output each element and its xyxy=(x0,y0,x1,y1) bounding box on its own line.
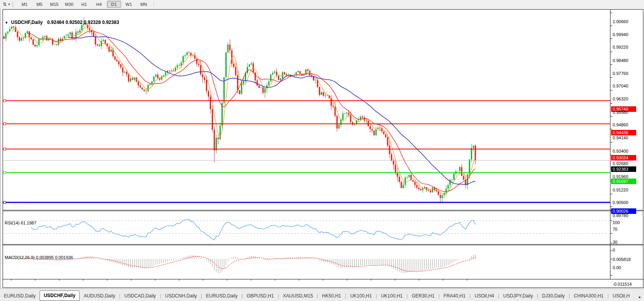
timeframe-button-M30[interactable]: M30 xyxy=(62,1,76,8)
timeframe-button-H1[interactable]: H1 xyxy=(77,1,91,8)
chart-tab-bar: EURUSD,DailyUSDCHF,DailyAUDUSD,Daily|USD… xyxy=(0,288,644,301)
chart-tab-EURUSD-Daily[interactable]: EURUSD,Daily xyxy=(0,292,40,300)
timeframe-button-M5[interactable]: M5 xyxy=(33,1,47,8)
timeframe-button-H4[interactable]: H4 xyxy=(92,1,106,8)
chart-tab-UK100-H1[interactable]: UK100,H1 xyxy=(377,292,406,300)
hline-handle-0.95740[interactable] xyxy=(4,99,6,102)
chart-tab-HK50-H1[interactable]: HK50,H1 xyxy=(318,292,345,300)
chart-tab-USOil-H[interactable]: USOil,H xyxy=(609,292,633,300)
timeframe-buttons: M1M5M15M30H1H4D1W1MN xyxy=(17,1,151,8)
chart-canvas[interactable] xyxy=(0,9,644,288)
timeframe-button-M1[interactable]: M1 xyxy=(18,1,32,8)
chart-tab-USDCAD-Daily[interactable]: USDCAD,Daily xyxy=(120,292,160,300)
timeframe-button-D1[interactable]: D1 xyxy=(107,1,121,8)
chart-mode-icon[interactable]: ⇅ xyxy=(1,1,8,8)
timeframe-button-MN[interactable]: MN xyxy=(137,1,151,8)
timeframe-button-M15[interactable]: M15 xyxy=(47,1,62,8)
hline-handle-0.94436[interactable] xyxy=(4,123,6,125)
chart-tab-FRA40-H1[interactable]: FRA40,H1 xyxy=(440,292,470,300)
chart-tab-USDCNH-Daily[interactable]: USDCNH,Daily xyxy=(161,292,201,300)
chart-tab-CHINA300-H1[interactable]: CHINA300,H1 xyxy=(570,292,608,300)
chart-tab-USDJPY-Daily[interactable]: USDJPY,Daily xyxy=(499,292,537,300)
chart-tab-AUDUSD-Daily[interactable]: AUDUSD,Daily xyxy=(80,292,119,300)
chart-tab-USOil-H4[interactable]: USOil,H4 xyxy=(471,292,498,300)
chart-window: ▼ USDCHF,Daily 0.92464 0.92502 0.92328 0… xyxy=(0,9,644,288)
chart-tab-XAUUSD-M15[interactable]: XAUUSD,M15 xyxy=(279,292,317,300)
chart-tab-GER30-H1[interactable]: GER30,H1 xyxy=(408,292,438,300)
tab-scroll-right-icon[interactable]: ▸ xyxy=(639,295,641,299)
chevron-down-icon[interactable]: ▾ xyxy=(8,2,10,6)
chart-tab-GBPUSD-H1[interactable]: GBPUSD,H1 xyxy=(243,292,278,300)
hline-handle-0.91697[interactable] xyxy=(4,171,6,174)
chart-tab-UK100-H1[interactable]: UK100,H1 xyxy=(346,292,376,300)
timeframe-button-W1[interactable]: W1 xyxy=(122,1,136,8)
toolbar-separator xyxy=(154,1,154,7)
hline-handle-0.93024[interactable] xyxy=(4,148,6,150)
hline-handle-0.90026[interactable] xyxy=(4,201,6,204)
chart-tab-EURUSD-Daily[interactable]: EURUSD,Daily xyxy=(202,292,241,300)
chart-tab-DJ30-Daily[interactable]: DJ30,Daily xyxy=(538,292,569,300)
toolbar-grip[interactable] xyxy=(13,2,15,7)
mt4-window: ⇅ ▾ M1M5M15M30H1H4D1W1MN ▼ USDCHF,Daily … xyxy=(0,0,644,301)
chart-tab-USDCHF-Daily[interactable]: USDCHF,Daily xyxy=(40,290,80,301)
top-toolbar: ⇅ ▾ M1M5M15M30H1H4D1W1MN xyxy=(0,0,644,9)
